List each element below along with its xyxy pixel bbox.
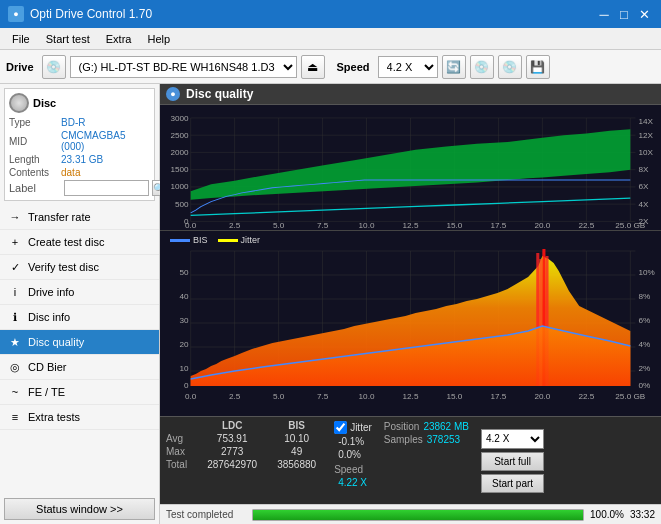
svg-text:4X: 4X <box>639 200 649 208</box>
disc-length-row: Length 23.31 GB <box>9 154 150 165</box>
position-row: Position 23862 MB <box>384 421 469 432</box>
svg-text:5.0: 5.0 <box>273 222 284 230</box>
nav-item-create-test-disc[interactable]: + Create test disc <box>0 230 159 255</box>
menu-help[interactable]: Help <box>139 31 178 47</box>
disc-type-value: BD-R <box>61 117 85 128</box>
sidebar: Disc Type BD-R MID CMCMAGBA5 (000) Lengt… <box>0 84 160 524</box>
avg-jitter-row: -0.1% <box>334 436 372 447</box>
eject-button[interactable]: ⏏ <box>301 55 325 79</box>
svg-text:0.0: 0.0 <box>185 222 196 230</box>
charts-wrapper: LDC Read speed Write speed <box>160 105 661 416</box>
menu-file[interactable]: File <box>4 31 38 47</box>
start-part-button[interactable]: Start part <box>481 474 544 493</box>
progress-section: Test completed 100.0% 33:32 <box>160 504 661 524</box>
content-area: ● Disc quality LDC Read speed <box>160 84 661 524</box>
svg-text:20.0: 20.0 <box>534 392 550 401</box>
speed-select[interactable]: 4.2 X <box>378 56 438 78</box>
svg-text:15.0: 15.0 <box>447 222 463 230</box>
chart-top: LDC Read speed Write speed <box>160 105 661 231</box>
menu-starttest[interactable]: Start test <box>38 31 98 47</box>
stats-table: LDC BIS Avg 753.91 10.10 Max 2773 <box>164 419 326 502</box>
svg-text:17.5: 17.5 <box>490 392 506 401</box>
maximize-button[interactable]: □ <box>615 5 633 23</box>
svg-text:2.5: 2.5 <box>229 222 240 230</box>
start-full-button[interactable]: Start full <box>481 452 544 471</box>
row-avg-label: Avg <box>164 432 197 445</box>
drive-icon-btn[interactable]: 💿 <box>42 55 66 79</box>
progress-time: 33:32 <box>630 509 655 520</box>
main-content: Disc Type BD-R MID CMCMAGBA5 (000) Lengt… <box>0 84 661 524</box>
minimize-button[interactable]: ─ <box>595 5 613 23</box>
legend-bis-dot <box>170 239 190 242</box>
cd-bier-icon: ◎ <box>8 360 22 374</box>
progress-bar-container <box>252 509 584 521</box>
svg-text:7.5: 7.5 <box>317 392 329 401</box>
disc-label-input[interactable] <box>64 180 149 196</box>
nav-item-disc-info[interactable]: ℹ Disc info <box>0 305 159 330</box>
disc-panel: Disc Type BD-R MID CMCMAGBA5 (000) Lengt… <box>4 88 155 201</box>
svg-text:40: 40 <box>180 292 190 301</box>
bottom-chart-svg: 0 10 20 30 40 50 0% 2% 4% 6% 8% 10% 0.0 … <box>160 231 661 416</box>
svg-text:0.0: 0.0 <box>185 392 197 401</box>
chart-title: Disc quality <box>186 87 253 101</box>
samples-label: Samples <box>384 434 423 445</box>
save-button[interactable]: 💾 <box>526 55 550 79</box>
jitter-header-row: Jitter <box>334 421 372 434</box>
disc-button2[interactable]: 💿 <box>498 55 522 79</box>
disc-button1[interactable]: 💿 <box>470 55 494 79</box>
nav-item-cd-bier[interactable]: ◎ CD Bier <box>0 355 159 380</box>
nav-item-transfer-rate[interactable]: → Transfer rate <box>0 205 159 230</box>
jitter-section: Jitter -0.1% 0.0% Speed 4.22 X <box>330 419 376 502</box>
svg-text:5.0: 5.0 <box>273 392 285 401</box>
nav-item-verify-test-disc[interactable]: ✓ Verify test disc <box>0 255 159 280</box>
menu-extra[interactable]: Extra <box>98 31 140 47</box>
svg-text:8X: 8X <box>639 166 649 174</box>
samples-row: Samples 378253 <box>384 434 469 445</box>
app-title: Opti Drive Control 1.70 <box>30 7 152 21</box>
total-bis-value: 3856880 <box>267 458 326 471</box>
svg-text:500: 500 <box>175 200 189 208</box>
disc-contents-value: data <box>61 167 80 178</box>
speed-stat-label: Speed <box>334 464 372 475</box>
disc-mid-row: MID CMCMAGBA5 (000) <box>9 130 150 152</box>
disc-header-label: Disc <box>33 97 56 109</box>
jitter-checkbox[interactable] <box>334 421 347 434</box>
legend-bis-label: BIS <box>193 235 208 245</box>
svg-text:10.0: 10.0 <box>359 392 375 401</box>
disc-contents-label: Contents <box>9 167 61 178</box>
close-button[interactable]: ✕ <box>635 5 653 23</box>
nav-item-fe-te[interactable]: ~ FE / TE <box>0 380 159 405</box>
nav-section: → Transfer rate + Create test disc ✓ Ver… <box>0 205 159 494</box>
nav-item-extra-tests[interactable]: ≡ Extra tests <box>0 405 159 430</box>
status-window-button[interactable]: Status window >> <box>4 498 155 520</box>
svg-text:22.5: 22.5 <box>578 392 594 401</box>
nav-item-disc-quality[interactable]: ★ Disc quality <box>0 330 159 355</box>
svg-text:6X: 6X <box>639 183 649 191</box>
svg-text:3000: 3000 <box>170 114 188 122</box>
nav-item-drive-info[interactable]: i Drive info <box>0 280 159 305</box>
nav-label-drive-info: Drive info <box>28 286 74 298</box>
disc-quality-icon: ★ <box>8 335 22 349</box>
create-test-disc-icon: + <box>8 235 22 249</box>
drive-select[interactable]: (G:) HL-DT-ST BD-RE WH16NS48 1.D3 <box>70 56 297 78</box>
nav-label-create-test-disc: Create test disc <box>28 236 104 248</box>
refresh-button[interactable]: 🔄 <box>442 55 466 79</box>
svg-text:7.5: 7.5 <box>317 222 328 230</box>
info-bar: LDC BIS Avg 753.91 10.10 Max 2773 <box>160 416 661 504</box>
speed-action-select[interactable]: 4.2 X <box>481 429 544 449</box>
svg-text:2.5: 2.5 <box>229 392 241 401</box>
svg-text:12X: 12X <box>639 131 654 139</box>
disc-label-label: Label <box>9 182 61 194</box>
disc-label-row: Label 🔍 <box>9 180 150 196</box>
drive-info-icon: i <box>8 285 22 299</box>
svg-text:2500: 2500 <box>170 131 188 139</box>
avg-ldc-value: 753.91 <box>197 432 267 445</box>
progress-percent: 100.0% <box>590 509 624 520</box>
legend-bis: BIS <box>170 235 208 245</box>
extra-tests-icon: ≡ <box>8 410 22 424</box>
progress-bar-fill <box>253 510 583 520</box>
disc-mid-label: MID <box>9 136 61 147</box>
titlebar: ● Opti Drive Control 1.70 ─ □ ✕ <box>0 0 661 28</box>
svg-text:25.0 GB: 25.0 GB <box>615 222 645 230</box>
nav-label-extra-tests: Extra tests <box>28 411 80 423</box>
